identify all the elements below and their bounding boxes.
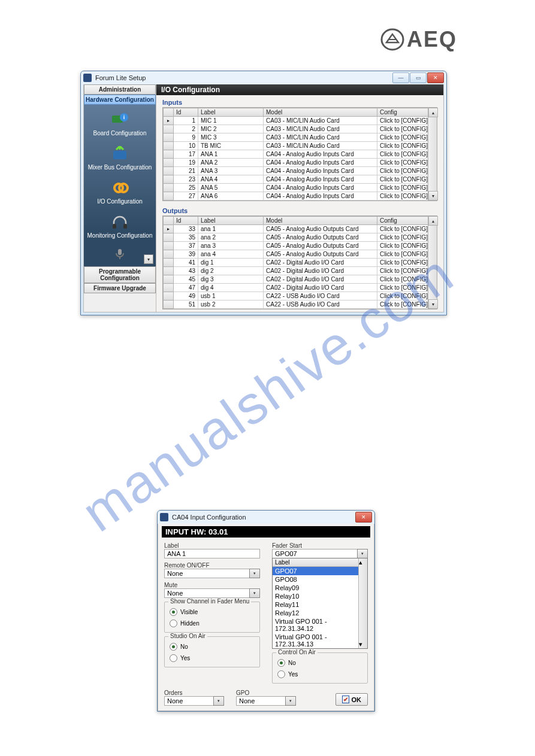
maximize-button[interactable]: ▭ — [410, 72, 427, 83]
row-indicator — [164, 267, 174, 275]
col-model[interactable]: Model — [264, 108, 377, 117]
minimize-button[interactable]: — — [392, 72, 409, 83]
table-row[interactable]: 17ANA 1CA04 - Analog Audio Inputs CardCl… — [164, 150, 437, 159]
label-cell: dig 1 — [198, 259, 264, 267]
table-row[interactable]: 23ANA 4CA04 - Analog Audio Inputs CardCl… — [164, 175, 437, 184]
mute-select[interactable]: None ▾ — [164, 588, 260, 598]
radio-hidden[interactable]: Hidden — [170, 620, 255, 627]
dropdown-item[interactable]: Virtual GPO 001 - 172.31.34.12 — [273, 617, 367, 633]
close-button[interactable]: ✕ — [427, 72, 444, 83]
outputs-section-title: Outputs — [156, 204, 443, 215]
radio-icon — [170, 620, 177, 627]
table-row[interactable]: 25ANA 5CA04 - Analog Audio Inputs CardCl… — [164, 184, 437, 192]
col-label[interactable]: Label — [198, 108, 264, 117]
radio-control-no[interactable]: No — [277, 659, 362, 667]
table-row[interactable]: 27ANA 6CA04 - Analog Audio Inputs CardCl… — [164, 192, 437, 201]
dropdown-scrollbar[interactable]: ▴ ▾ — [358, 558, 367, 648]
ok-button[interactable]: ✔ OK — [335, 693, 368, 706]
orders-select[interactable]: None ▾ — [164, 696, 224, 706]
table-row[interactable]: 21ANA 3CA04 - Analog Audio Inputs CardCl… — [164, 167, 437, 175]
sidebar-item-monitoring-configuration[interactable]: Monitoring Configuration — [84, 211, 156, 245]
svg-text:i: i — [123, 114, 125, 120]
row-indicator — [164, 125, 174, 133]
chevron-down-icon[interactable]: ▾ — [213, 696, 224, 706]
table-row[interactable]: 49usb 1CA22 - USB Audio I/O CardClick to… — [164, 292, 437, 300]
chevron-down-icon[interactable]: ▾ — [249, 588, 260, 598]
sidebar-tab-programmable-configuration[interactable]: Programmable Configuration — [84, 266, 156, 283]
app-icon — [83, 74, 92, 82]
scroll-down-icon[interactable]: ▾ — [359, 640, 367, 648]
row-indicator — [164, 275, 174, 284]
close-button[interactable]: ✕ — [355, 512, 372, 523]
gpo-select[interactable]: None ▾ — [236, 696, 296, 706]
table-row[interactable]: 9MIC 3CA03 - MIC/LIN Audio CardClick to … — [164, 133, 437, 142]
chevron-down-icon[interactable]: ▾ — [249, 569, 260, 578]
model-cell: CA02 - Digital Audio I/O Card — [264, 267, 377, 275]
dropdown-item[interactable]: Relay09 — [273, 584, 367, 592]
fader-start-select[interactable]: GPO07 ▾ — [272, 549, 368, 558]
brand-text: AEQ — [407, 27, 457, 52]
sidebar-item-io-configuration[interactable]: I/O Configuration — [84, 177, 156, 211]
inputs-scrollbar[interactable]: ▴ ▾ — [428, 108, 437, 201]
titlebar[interactable]: CA04 Input Configuration ✕ — [158, 511, 374, 524]
row-indicator — [164, 242, 174, 250]
radio-studio-yes[interactable]: Yes — [170, 654, 255, 662]
sidebar-tab-firmware-upgrade[interactable]: Firmware Upgrade — [84, 283, 156, 293]
scroll-up-icon[interactable]: ▴ — [428, 216, 438, 226]
col-id[interactable]: Id — [174, 217, 198, 225]
dropdown-item[interactable]: Relay10 — [273, 592, 367, 600]
inputs-table[interactable]: Id Label Model Config ▸1MIC 1CA03 - MIC/… — [163, 108, 437, 201]
sidebar-item-board-configuration[interactable]: i Board Configuration — [84, 108, 156, 142]
titlebar[interactable]: Forum Lite Setup — ▭ ✕ — [81, 71, 446, 84]
fader-start-dropdown[interactable]: Label GPO07GPO08Relay09Relay10Relay11Rel… — [272, 558, 368, 649]
table-row[interactable]: 39ana 4CA05 - Analog Audio Outputs CardC… — [164, 250, 437, 259]
scroll-up-icon[interactable]: ▴ — [359, 558, 367, 566]
scroll-down-icon[interactable]: ▾ — [428, 299, 438, 309]
group-title: Control On Air — [276, 649, 318, 655]
table-row[interactable]: 35ana 2CA05 - Analog Audio Outputs CardC… — [164, 233, 437, 242]
sidebar-tab-hardware-configuration[interactable]: Hardware Configuration — [84, 95, 156, 105]
col-label[interactable]: Label — [198, 217, 264, 225]
table-row[interactable]: 37ana 3CA05 - Analog Audio Outputs CardC… — [164, 242, 437, 250]
radio-control-yes[interactable]: Yes — [277, 670, 362, 678]
row-indicator — [164, 184, 174, 192]
scroll-up-icon[interactable]: ▴ — [428, 108, 438, 117]
dropdown-item[interactable]: Virtual GPO 001 - 172.31.34.13 — [273, 633, 367, 648]
chevron-down-icon[interactable]: ▾ — [285, 696, 296, 706]
dropdown-item[interactable]: Relay11 — [273, 600, 367, 609]
table-row[interactable]: 47dig 4CA02 - Digital Audio I/O CardClic… — [164, 284, 437, 292]
table-row[interactable]: 19ANA 2CA04 - Analog Audio Inputs CardCl… — [164, 159, 437, 167]
row-indicator — [164, 284, 174, 292]
chevron-down-icon[interactable]: ▾ — [357, 549, 368, 558]
table-row[interactable]: ▸1MIC 1CA03 - MIC/LIN Audio CardClick to… — [164, 117, 437, 125]
label-input[interactable]: ANA 1 — [164, 549, 260, 558]
row-indicator — [164, 167, 174, 175]
sidebar-item-mixer-bus-configuration[interactable]: Mixer Bus Configuration — [84, 142, 156, 177]
remote-onoff-select[interactable]: None ▾ — [164, 569, 260, 578]
table-row[interactable]: 51usb 2CA22 - USB Audio I/O CardClick to… — [164, 300, 437, 309]
dropdown-item[interactable]: GPO07 — [273, 567, 367, 575]
main-panel: I/O Configuration Inputs Id Label Model … — [156, 84, 443, 312]
radio-studio-no[interactable]: No — [170, 643, 255, 651]
dropdown-item[interactable]: GPO08 — [273, 575, 367, 584]
col-id[interactable]: Id — [174, 108, 198, 117]
sidebar-scroll-down[interactable]: ▾ — [144, 254, 153, 264]
col-model[interactable]: Model — [264, 217, 377, 225]
table-row[interactable]: 43dig 2CA02 - Digital Audio I/O CardClic… — [164, 267, 437, 275]
scroll-down-icon[interactable]: ▾ — [428, 191, 438, 201]
label-cell: usb 1 — [198, 292, 264, 300]
table-row[interactable]: 41dig 1CA02 - Digital Audio I/O CardClic… — [164, 259, 437, 267]
dropdown-item[interactable]: Relay12 — [273, 609, 367, 617]
table-row[interactable]: 45dig 3CA02 - Digital Audio I/O CardClic… — [164, 275, 437, 284]
table-row[interactable]: 2MIC 2CA03 - MIC/LIN Audio CardClick to … — [164, 125, 437, 133]
model-cell: CA04 - Analog Audio Inputs Card — [264, 167, 377, 175]
table-row[interactable]: ▸33ana 1CA05 - Analog Audio Outputs Card… — [164, 225, 437, 233]
table-row[interactable]: 10TB MICCA03 - MIC/LIN Audio CardClick t… — [164, 142, 437, 150]
outputs-table[interactable]: Id Label Model Config ▸33ana 1CA05 - Ana… — [163, 216, 437, 309]
outputs-scrollbar[interactable]: ▴ ▾ — [428, 216, 437, 309]
row-indicator — [164, 259, 174, 267]
sidebar-tab-administration[interactable]: Administration — [84, 84, 156, 95]
label-cell: ana 1 — [198, 225, 264, 233]
control-on-air-group: Control On Air No Yes — [272, 652, 368, 684]
radio-visible[interactable]: Visible — [170, 608, 255, 616]
